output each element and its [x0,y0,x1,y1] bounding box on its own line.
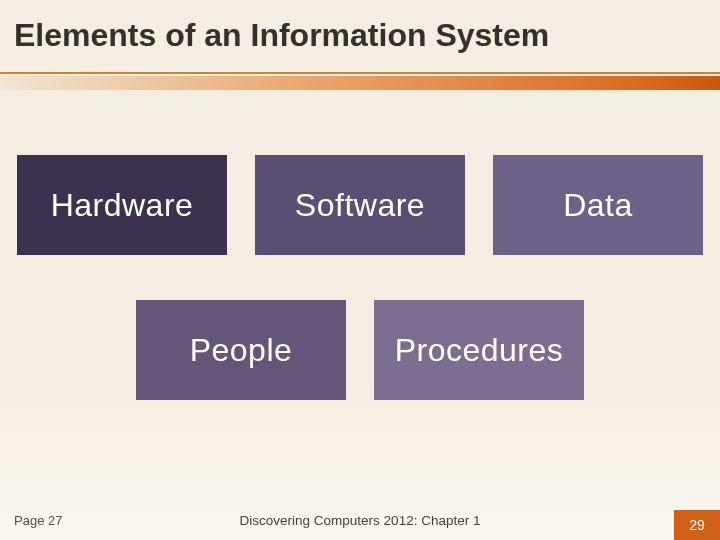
tile-procedures: Procedures [374,300,584,400]
slide-title: Elements of an Information System [14,18,706,53]
tile-people: People [136,300,346,400]
tile-label: Software [295,187,425,224]
tile-hardware: Hardware [17,155,227,255]
tile-row-1: Hardware Software Data [0,155,720,255]
tile-label: Data [563,187,633,224]
tile-software: Software [255,155,465,255]
tile-label: Procedures [395,332,564,369]
slide-number-badge: 29 [674,510,720,540]
footer: Page 27 Discovering Computers 2012: Chap… [0,495,720,540]
footer-text: Discovering Computers 2012: Chapter 1 [0,513,720,528]
tile-data: Data [493,155,703,255]
slide-number: 29 [689,517,705,533]
title-divider [0,72,720,94]
tile-label: Hardware [51,187,194,224]
divider-gradient [0,76,720,90]
tile-label: People [190,332,293,369]
tile-row-2: People Procedures [0,300,720,400]
divider-line [0,72,720,74]
